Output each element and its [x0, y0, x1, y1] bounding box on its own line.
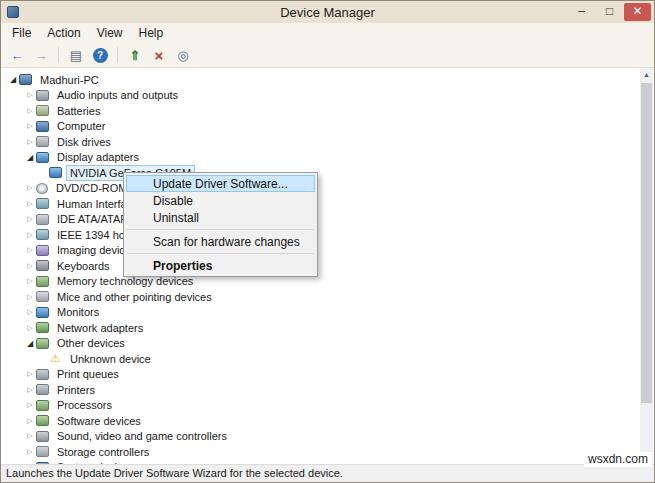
- expand-arrow-icon[interactable]: ▷: [24, 91, 36, 99]
- collapse-arrow-icon[interactable]: ◢: [7, 75, 19, 84]
- chip-icon: [36, 400, 49, 411]
- tree-item-network-adapters[interactable]: ▷Network adapters: [1, 320, 640, 336]
- update-driver-button[interactable]: ⇑: [124, 45, 146, 65]
- expand-arrow-icon[interactable]: ▷: [24, 200, 36, 208]
- menu-action[interactable]: Action: [39, 24, 88, 42]
- tree-item-storage-controllers[interactable]: ▷Storage controllers: [1, 444, 640, 460]
- menu-file[interactable]: File: [4, 24, 39, 42]
- expand-arrow-icon[interactable]: ▷: [24, 432, 36, 440]
- expand-arrow-icon[interactable]: ▷: [24, 138, 36, 146]
- toolbar-separator: [117, 47, 118, 63]
- context-menu-item-scan-for-hardware-changes[interactable]: Scan for hardware changes: [126, 233, 315, 250]
- tree-item-label: Unknown device: [66, 351, 155, 367]
- tree-item-keyboards[interactable]: ▷Keyboards: [1, 258, 640, 274]
- tree-item-software-devices[interactable]: ▷Software devices: [1, 413, 640, 429]
- expand-arrow-icon[interactable]: ▷: [24, 417, 36, 425]
- tree-item-imaging-devices[interactable]: ▷Imaging devices: [1, 243, 640, 259]
- menu-view[interactable]: View: [89, 24, 131, 42]
- monitor-icon: [36, 307, 49, 318]
- tree-item-audio-inputs-and-outputs[interactable]: ▷Audio inputs and outputs: [1, 88, 640, 104]
- expand-arrow-icon[interactable]: ▷: [24, 107, 36, 115]
- expand-arrow-icon[interactable]: ▷: [24, 231, 36, 239]
- context-menu-item-uninstall[interactable]: Uninstall: [126, 209, 315, 226]
- expand-arrow-icon[interactable]: ▷: [24, 184, 36, 192]
- context-menu-separator: [127, 229, 314, 230]
- expand-arrow-icon[interactable]: ▷: [24, 122, 36, 130]
- expand-arrow-icon[interactable]: ▷: [24, 215, 36, 223]
- tree-item-printers[interactable]: ▷Printers: [1, 382, 640, 398]
- update-driver-icon: ⇑: [130, 48, 141, 63]
- scan-hardware-button[interactable]: ◎: [172, 45, 194, 65]
- scan-hardware-icon: ◎: [177, 48, 188, 63]
- menu-bar: FileActionViewHelp: [1, 23, 654, 43]
- context-menu: Update Driver Software...DisableUninstal…: [123, 172, 318, 277]
- tree-item-sound-video-and-game-controllers[interactable]: ▷Sound, video and game controllers: [1, 429, 640, 445]
- display-icon: [36, 152, 49, 163]
- expand-arrow-icon[interactable]: ▷: [24, 401, 36, 409]
- expand-arrow-icon[interactable]: ▷: [24, 386, 36, 394]
- collapse-arrow-icon[interactable]: ◢: [24, 153, 36, 162]
- keyboard-icon: [36, 260, 49, 271]
- tree-item-other-devices[interactable]: ◢Other devices: [1, 336, 640, 352]
- status-bar: Launches the Update Driver Software Wiza…: [1, 464, 654, 482]
- tree-item-computer[interactable]: ▷Computer: [1, 119, 640, 135]
- tree-item-label: Sound, video and game controllers: [53, 428, 231, 444]
- tree-item-label: Display adapters: [53, 149, 143, 165]
- expand-arrow-icon[interactable]: ▷: [24, 262, 36, 270]
- tree-item-batteries[interactable]: ▷Batteries: [1, 103, 640, 119]
- window-controls: – □ ✕: [568, 3, 651, 21]
- expand-arrow-icon[interactable]: ▷: [24, 370, 36, 378]
- network-icon: [36, 322, 49, 333]
- tree-item-label: Storage controllers: [53, 444, 153, 460]
- forward-button[interactable]: →: [30, 45, 52, 65]
- tree-item-ide-ata-atapi-controllers[interactable]: ▷IDE ATA/ATAPI controllers: [1, 212, 640, 228]
- expand-arrow-icon[interactable]: ▷: [24, 308, 36, 316]
- tree-item-monitors[interactable]: ▷Monitors: [1, 305, 640, 321]
- tree-item-nvidia-geforce-g105m[interactable]: NVIDIA GeForce G105M: [1, 165, 640, 181]
- tree-item-mice-and-other-pointing-devices[interactable]: ▷Mice and other pointing devices: [1, 289, 640, 305]
- uninstall-device-icon: ×: [155, 47, 164, 64]
- back-button[interactable]: ←: [6, 45, 28, 65]
- export-list-button[interactable]: ▤: [65, 45, 87, 65]
- expand-arrow-icon[interactable]: ▷: [24, 277, 36, 285]
- expand-arrow-icon[interactable]: ▷: [24, 293, 36, 301]
- expand-arrow-icon[interactable]: ▷: [24, 448, 36, 456]
- tree-item-label: Keyboards: [53, 258, 114, 274]
- context-menu-item-properties[interactable]: Properties: [126, 257, 315, 274]
- expand-arrow-icon[interactable]: ▷: [24, 324, 36, 332]
- tree-item-display-adapters[interactable]: ◢Display adapters: [1, 150, 640, 166]
- tree-item-dvd-cd-rom-drives[interactable]: ▷DVD/CD-ROM drives: [1, 181, 640, 197]
- vertical-scrollbar[interactable]: ▲ ▼: [640, 68, 653, 463]
- tree-item-label: Mice and other pointing devices: [53, 289, 216, 305]
- tree-item-disk-drives[interactable]: ▷Disk drives: [1, 134, 640, 150]
- help-button[interactable]: ?: [89, 45, 111, 65]
- warning-icon: ⚠: [49, 353, 62, 364]
- tree-item-processors[interactable]: ▷Processors: [1, 398, 640, 414]
- tree-item-memory-technology-devices[interactable]: ▷Memory technology devices: [1, 274, 640, 290]
- watermark: wsxdn.com: [584, 452, 652, 467]
- tree-item-print-queues[interactable]: ▷Print queues: [1, 367, 640, 383]
- tree-item-madhuri-pc[interactable]: ◢Madhuri-PC: [1, 72, 640, 88]
- toolbar-separator: [58, 47, 59, 63]
- collapse-arrow-icon[interactable]: ◢: [24, 339, 36, 348]
- close-button[interactable]: ✕: [624, 3, 651, 21]
- title-bar: Device Manager – □ ✕: [1, 1, 654, 23]
- tree-item-human-interface-devices[interactable]: ▷Human Interface Devices: [1, 196, 640, 212]
- storage-icon: [36, 214, 49, 225]
- uninstall-device-button[interactable]: ×: [148, 45, 170, 65]
- tree-item-ieee-1394-host-controllers[interactable]: ▷IEEE 1394 host controllers: [1, 227, 640, 243]
- printer-icon: [36, 369, 49, 380]
- context-menu-item-update-driver-software[interactable]: Update Driver Software...: [126, 175, 315, 192]
- tree-item-label: Audio inputs and outputs: [53, 87, 182, 103]
- maximize-button[interactable]: □: [596, 3, 623, 21]
- expand-arrow-icon[interactable]: ▷: [24, 246, 36, 254]
- scrollbar-thumb[interactable]: [641, 83, 652, 403]
- context-menu-item-disable[interactable]: Disable: [126, 192, 315, 209]
- scroll-up-icon[interactable]: ▲: [640, 68, 653, 82]
- chip-icon: [36, 276, 49, 287]
- minimize-button[interactable]: –: [568, 3, 595, 21]
- disk-icon: [36, 136, 49, 147]
- tree-item-unknown-device[interactable]: ⚠Unknown device: [1, 351, 640, 367]
- menu-help[interactable]: Help: [131, 24, 172, 42]
- camera-icon: [36, 245, 49, 256]
